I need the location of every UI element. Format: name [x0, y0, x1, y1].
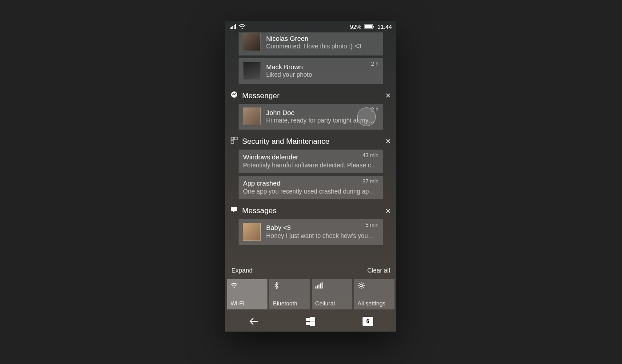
notification-title: App crashed: [243, 179, 379, 188]
notification-time: 2 h: [371, 61, 379, 67]
svg-rect-1: [231, 27, 232, 29]
dismiss-group-button[interactable]: ✕: [385, 137, 391, 146]
notification-subtitle: Honey I just want to check how's you…: [266, 232, 379, 239]
group-header-security[interactable]: Security and Maintenance ✕: [225, 132, 396, 150]
cellular-icon: [315, 282, 349, 290]
search-button[interactable]: 6: [348, 317, 388, 326]
notification-card[interactable]: Baby <3 Honey I just want to check how's…: [239, 219, 383, 245]
svg-rect-3: [234, 25, 235, 29]
svg-line-25: [359, 283, 359, 284]
notification-time: 43 min: [363, 152, 379, 158]
notification-card[interactable]: Windows defender Potentialy harmful soft…: [239, 150, 383, 173]
notification-title: Mack Brown: [266, 63, 379, 71]
clock-time: 11:44: [377, 24, 392, 30]
svg-rect-18: [320, 283, 321, 288]
notification-title: Nicolas Green: [266, 35, 379, 43]
svg-rect-10: [231, 137, 234, 140]
group-header-messenger[interactable]: Messenger ✕: [225, 87, 396, 104]
gear-icon: [358, 282, 391, 290]
svg-rect-7: [365, 25, 372, 28]
notification-subtitle: Hi mate, ready for party tonight at my…: [266, 117, 379, 124]
svg-point-20: [360, 284, 363, 287]
avatar: [243, 223, 261, 241]
notification-subtitle: Liked your photo: [266, 71, 379, 78]
navigation-bar: 6: [225, 311, 396, 332]
svg-line-27: [359, 287, 359, 288]
notification-time: 5 min: [366, 222, 379, 228]
dismiss-group-button[interactable]: ✕: [385, 207, 391, 215]
security-icon: [231, 137, 238, 146]
svg-rect-32: [310, 321, 315, 326]
status-bar: 92% 11:44: [225, 21, 396, 32]
svg-rect-16: [317, 285, 318, 289]
quick-action-settings[interactable]: All settings: [354, 279, 395, 309]
svg-rect-4: [235, 24, 236, 29]
cellular-signal-icon: [230, 24, 236, 29]
quick-action-wifi[interactable]: Wi-Fi: [227, 279, 267, 309]
svg-rect-17: [318, 285, 319, 289]
svg-rect-19: [321, 282, 322, 289]
svg-rect-0: [230, 28, 231, 29]
notification-scroll[interactable]: Nicolas Green Commented: I love this pho…: [225, 32, 396, 262]
notification-subtitle: Potentialy harmful software detected. Pl…: [243, 162, 379, 169]
svg-line-26: [363, 287, 363, 288]
avatar: [243, 33, 261, 51]
wifi-icon: [239, 24, 246, 29]
notification-title: Baby <3: [266, 224, 379, 232]
group-header-messages[interactable]: Messages ✕: [225, 202, 396, 219]
phone-frame: 92% 11:44 Nicolas Green Commented: I lov…: [225, 21, 396, 332]
notification-title: Windows defender: [243, 153, 379, 162]
svg-point-14: [234, 287, 235, 288]
quick-action-label: Cellural: [315, 300, 349, 307]
battery-percent: 92%: [350, 24, 361, 30]
clear-all-button[interactable]: Clear all: [367, 267, 390, 274]
quick-action-cellular[interactable]: Cellural: [312, 279, 352, 309]
notification-card[interactable]: App crashed One app you recently used cr…: [239, 176, 383, 199]
group-title: Messages: [242, 206, 276, 215]
dismiss-group-button[interactable]: ✕: [385, 91, 391, 100]
messenger-icon: [231, 91, 238, 100]
svg-point-5: [242, 28, 243, 29]
notification-time: 37 min: [363, 178, 379, 185]
search-count-badge: 6: [363, 317, 373, 326]
notification-subtitle: One app you recently used crashed during…: [243, 188, 379, 195]
avatar: [243, 62, 261, 79]
start-button[interactable]: [291, 317, 331, 326]
svg-rect-30: [310, 317, 315, 321]
svg-line-28: [363, 283, 363, 284]
avatar: [243, 107, 261, 125]
svg-rect-2: [232, 26, 233, 29]
svg-rect-31: [306, 322, 310, 325]
svg-rect-13: [231, 207, 237, 211]
svg-rect-8: [373, 26, 374, 28]
quick-action-label: Bluetooth: [273, 300, 306, 307]
back-button[interactable]: [234, 317, 274, 325]
svg-rect-11: [235, 137, 237, 140]
notification-card[interactable]: Mack Brown Liked your photo 2 h: [239, 58, 383, 84]
notification-card[interactable]: Nicolas Green Commented: I love this pho…: [239, 32, 383, 55]
battery-icon: [364, 24, 375, 29]
quick-action-label: Wi-Fi: [231, 300, 264, 307]
bluetooth-icon: [273, 282, 306, 290]
quick-action-label: All settings: [358, 300, 391, 307]
messages-icon: [231, 206, 238, 216]
group-title: Messenger: [242, 91, 279, 100]
notification-card[interactable]: John Doe Hi mate, ready for party tonigh…: [239, 104, 383, 130]
expand-button[interactable]: Expand: [231, 267, 252, 274]
svg-rect-12: [231, 141, 234, 143]
wifi-icon: [231, 282, 264, 290]
quick-actions-row: Wi-Fi Bluetooth Cellural All settings: [225, 279, 396, 311]
notification-subtitle: Commented: I love this photo :) <3: [266, 43, 379, 50]
notification-time: 2 h: [371, 107, 379, 113]
svg-rect-15: [315, 286, 316, 289]
svg-rect-29: [306, 318, 310, 321]
group-title: Security and Maintenance: [242, 137, 330, 146]
notification-title: John Doe: [266, 109, 379, 117]
quick-action-bluetooth[interactable]: Bluetooth: [269, 279, 310, 309]
